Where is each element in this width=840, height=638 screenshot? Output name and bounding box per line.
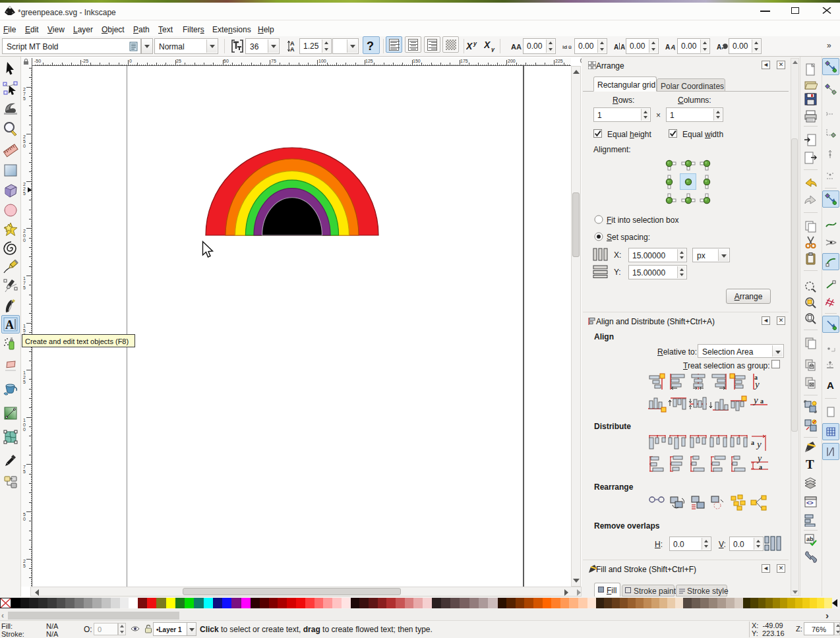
svg-text:y: y <box>756 455 762 463</box>
svg-text:A: A <box>290 46 295 53</box>
svg-text:a: a <box>760 397 764 405</box>
svg-text:a: a <box>759 463 762 471</box>
svg-text:ü: ü <box>568 44 572 50</box>
svg-text:y: y <box>756 439 762 450</box>
svg-text:y: y <box>752 395 758 405</box>
svg-text:A: A <box>620 44 625 51</box>
svg-text:X: X <box>466 41 473 51</box>
svg-text:A: A <box>665 44 670 51</box>
svg-text:A: A <box>827 380 834 391</box>
svg-text:A: A <box>511 43 516 51</box>
svg-text:y: y <box>473 40 477 47</box>
svg-text:A: A <box>5 318 14 332</box>
svg-text:a: a <box>751 439 754 446</box>
svg-text:ab: ab <box>806 536 814 542</box>
svg-text:T: T <box>806 457 814 471</box>
svg-text:<>: <> <box>806 500 814 506</box>
svg-text:y: y <box>754 379 760 390</box>
svg-text:X: X <box>484 40 491 50</box>
svg-text:id: id <box>562 44 567 50</box>
svg-text:A: A <box>516 43 522 51</box>
svg-text:A: A <box>671 43 676 51</box>
svg-text:A: A <box>717 44 721 51</box>
svg-text:y: y <box>491 46 495 52</box>
svg-text:A: A <box>614 44 618 51</box>
